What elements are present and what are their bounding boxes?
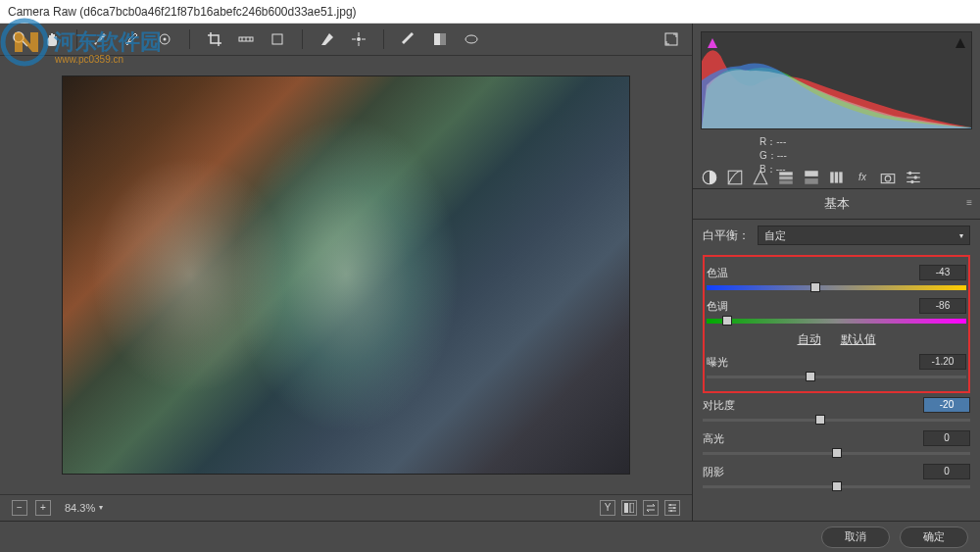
svg-rect-17 <box>665 33 677 45</box>
ok-button[interactable]: 确定 <box>900 527 968 548</box>
svg-point-0 <box>14 32 24 42</box>
contrast-slider[interactable] <box>703 415 970 425</box>
highlight-box: 色温 -43 色调 -86 自动 默认值 <box>703 255 970 393</box>
brush-icon[interactable] <box>400 30 417 48</box>
svg-rect-19 <box>630 503 634 513</box>
hand-icon[interactable] <box>43 30 61 48</box>
highlights-slider[interactable] <box>703 448 970 458</box>
zoom-select[interactable]: 84.3%▾ <box>65 502 103 514</box>
compare-split-button[interactable] <box>621 500 637 516</box>
svg-rect-15 <box>434 33 440 45</box>
temp-slider[interactable] <box>707 282 966 292</box>
panel-menu-icon[interactable]: ≡ <box>966 197 972 208</box>
fullscreen-icon[interactable] <box>662 30 680 48</box>
temp-label: 色温 <box>707 266 919 280</box>
tint-slider[interactable] <box>707 316 966 326</box>
exposure-slider[interactable] <box>707 372 966 381</box>
zoom-out-button[interactable]: − <box>12 500 27 516</box>
highlight-clip-icon[interactable] <box>954 36 967 50</box>
preview-image <box>62 75 630 475</box>
exposure-label: 曝光 <box>707 355 919 370</box>
shadows-label: 阴影 <box>703 465 923 479</box>
tint-label: 色调 <box>707 299 919 314</box>
svg-point-24 <box>673 507 675 509</box>
histogram-area: R：--- G：--- B：--- <box>693 24 980 166</box>
svg-rect-18 <box>624 503 628 513</box>
straighten-icon[interactable] <box>237 30 255 48</box>
target-icon[interactable] <box>156 30 173 48</box>
wb-select[interactable]: 自定▾ <box>758 226 970 245</box>
svg-rect-8 <box>272 34 282 44</box>
eyedropper-wb-icon[interactable] <box>93 30 111 48</box>
temp-value[interactable]: -43 <box>919 265 966 280</box>
svg-rect-32 <box>805 178 818 184</box>
compare-swap-button[interactable] <box>643 500 659 516</box>
svg-rect-30 <box>779 180 793 183</box>
highlights-value[interactable]: 0 <box>923 430 970 446</box>
shadows-value[interactable]: 0 <box>923 464 970 479</box>
cancel-button[interactable]: 取消 <box>821 527 890 548</box>
exposure-value[interactable]: -1.20 <box>919 354 966 370</box>
svg-line-1 <box>23 41 27 46</box>
eyedropper-color-icon[interactable] <box>124 30 142 48</box>
transform-icon[interactable] <box>269 30 286 48</box>
svg-point-3 <box>164 37 167 40</box>
svg-point-16 <box>466 35 477 43</box>
tint-value[interactable]: -86 <box>919 298 966 314</box>
contrast-label: 对比度 <box>703 398 923 413</box>
panel-title: 基本 ≡ <box>693 189 980 220</box>
contrast-value[interactable]: -20 <box>923 397 970 413</box>
svg-point-25 <box>670 510 672 512</box>
svg-point-43 <box>910 179 913 182</box>
radial-icon[interactable] <box>463 30 480 48</box>
default-link[interactable]: 默认值 <box>841 331 876 348</box>
redeye-icon[interactable] <box>350 30 368 48</box>
bottom-bar: − + 84.3%▾ Y <box>0 494 692 521</box>
svg-point-23 <box>669 504 671 506</box>
footer: 取消 确定 <box>0 521 980 552</box>
highlights-label: 高光 <box>703 431 923 446</box>
crop-icon[interactable] <box>206 30 223 48</box>
shadows-slider[interactable] <box>703 481 970 491</box>
auto-link[interactable]: 自动 <box>798 331 821 348</box>
shadow-clip-icon[interactable] <box>706 36 719 50</box>
gradient-icon[interactable] <box>431 30 449 48</box>
spot-removal-icon[interactable] <box>318 30 336 48</box>
window-title: Camera Raw (d6ca7bcb0a46f21f87b16abefc24… <box>8 5 357 19</box>
wb-label: 白平衡： <box>703 227 750 244</box>
window-titlebar: Camera Raw (d6ca7bcb0a46f21f87b16abefc24… <box>0 0 980 24</box>
svg-point-13 <box>357 37 361 41</box>
top-toolbar <box>0 24 692 56</box>
zoom-in-button[interactable]: + <box>35 500 51 516</box>
compare-y-button[interactable]: Y <box>600 500 615 516</box>
preview-settings-button[interactable] <box>664 500 680 516</box>
preview-area[interactable] <box>0 56 692 494</box>
zoom-icon[interactable] <box>12 30 29 48</box>
rgb-readout: R：--- G：--- B：--- <box>701 135 972 176</box>
histogram[interactable] <box>701 31 972 129</box>
